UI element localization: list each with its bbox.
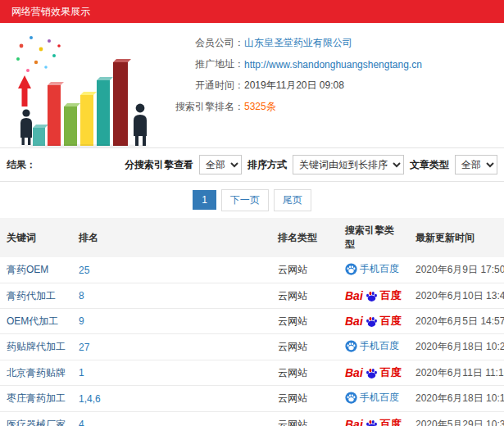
filter-bar: 结果： 分搜索引擎查看 全部 排序方式 关键词由短到长排序 文章类型 全部 提交 [0,147,504,182]
page-header: 网络营销效果展示 [0,0,504,23]
promo-url-label: 推广地址： [156,57,244,71]
table-row: 医疗器械厂家4云网站Bai百度2020年5月29日 10:32 [0,412,504,426]
baidu-logo: Bai百度 [345,288,402,303]
table-row: 膏药OEM25云网站手机百度2020年6月9日 17:50 [0,257,504,283]
column-header: 最新更新时间 [409,218,504,257]
rank-type-cell: 云网站 [271,334,338,360]
promo-url-row: 推广地址： http://www.shandonghuangshengtang.… [156,57,497,71]
engine-label: 百度 [380,417,402,426]
engine-cell: 手机百度 [338,386,409,412]
rank-type-cell: 云网站 [271,283,338,309]
rank-cell: 9 [72,309,271,334]
engine-label: 百度 [380,288,402,303]
column-header: 排名 [72,218,271,257]
engine-cell: 手机百度 [338,257,409,283]
baidu-wordmark: Bai [345,315,363,328]
baidu-paw-icon [366,367,378,379]
rank-type-cell: 云网站 [271,386,338,412]
keyword-cell: 医疗器械厂家 [0,412,72,426]
baidu-paw-icon [366,290,378,302]
page-number-current[interactable]: 1 [193,190,216,210]
keyword-cell: 膏药OEM [0,257,72,283]
baidu-wordmark: Bai [345,366,363,379]
engine-filter-label: 分搜索引擎查看 [125,158,193,172]
illustration-svg [7,28,156,147]
updated-cell: 2020年6月18日 10:19 [409,386,504,412]
baidu-paw-icon [366,315,378,328]
baidu-wordmark: Bai [345,418,363,426]
column-header: 排名类型 [271,218,338,257]
company-link[interactable]: 山东皇圣堂药业有限公司 [244,36,352,50]
baidu-wordmark: Bai [345,289,363,302]
table-header-row: 关键词排名排名类型搜索引擎类型最新更新时间 [0,218,504,257]
rank-link[interactable]: 9 [79,315,84,327]
keyword-cell: 枣庄膏药加工 [0,386,72,412]
promo-url-link[interactable]: http://www.shandonghuangshengtang.cn [244,59,422,70]
engine-rank-label: 搜索引擎排名： [156,100,244,114]
rank-type-cell: 云网站 [271,257,338,283]
keyword-cell: OEM代加工 [0,309,72,334]
table-row: 枣庄膏药加工1,4,6云网站手机百度2020年6月18日 10:19 [0,386,504,412]
column-header: 搜索引擎类型 [338,218,409,257]
engine-cell: Bai百度 [338,309,409,334]
rank-cell: 1,4,6 [72,386,271,412]
rank-type-cell: 云网站 [271,309,338,334]
pagination: 1 下一页 尾页 [0,189,504,211]
keyword-rank-table: 关键词排名排名类型搜索引擎类型最新更新时间 膏药OEM25云网站手机百度2020… [0,218,504,426]
baidu-paw-icon [366,419,378,426]
filter-controls: 分搜索引擎查看 全部 排序方式 关键词由短到长排序 文章类型 全部 提交 [125,155,497,174]
updated-cell: 2020年5月29日 10:32 [409,412,504,426]
rank-cell: 8 [72,283,271,309]
next-page-button[interactable]: 下一页 [221,189,269,211]
engine-label: 百度 [380,365,402,380]
baidu-logo: Bai百度 [345,417,402,426]
table-row: 北京膏药贴牌1云网站Bai百度2020年6月11日 11:18 [0,360,504,386]
rank-link[interactable]: 27 [79,342,89,353]
open-time-row: 开通时间： 2019年11月20日 09:08 [156,79,497,93]
page-title: 网络营销效果展示 [11,5,90,19]
updated-cell: 2020年6月18日 10:25 [409,334,504,360]
info-section: 会员公司： 山东皇圣堂药业有限公司 推广地址： http://www.shand… [0,23,504,147]
rank-link[interactable]: 1 [79,367,84,378]
rank-cell: 1 [72,360,271,386]
company-row: 会员公司： 山东皇圣堂药业有限公司 [156,36,497,50]
keyword-cell: 北京膏药贴牌 [0,360,72,386]
last-page-button[interactable]: 尾页 [274,189,311,211]
updated-cell: 2020年6月5日 14:57 [409,309,504,334]
updated-cell: 2020年6月11日 11:18 [409,360,504,386]
article-type-select[interactable]: 全部 [455,155,497,174]
mobile-baidu-icon [345,263,357,275]
engine-cell: Bai百度 [338,412,409,426]
rank-cell: 25 [72,257,271,283]
table-row: 药贴牌代加工27云网站手机百度2020年6月18日 10:25 [0,334,504,360]
type-filter-label: 文章类型 [410,158,449,172]
engine-rank-count: 5325条 [244,100,276,114]
engine-label: 手机百度 [360,391,399,405]
baidu-logo: Bai百度 [345,314,402,329]
rank-link[interactable]: 4 [79,419,84,426]
mobile-baidu-badge: 手机百度 [345,339,399,353]
mobile-baidu-icon [345,392,357,404]
rank-type-cell: 云网站 [271,412,338,426]
engine-label: 百度 [380,314,402,329]
engine-cell: Bai百度 [338,283,409,309]
engine-cell: 手机百度 [338,334,409,360]
baidu-logo: Bai百度 [345,365,402,380]
rank-cell: 4 [72,412,271,426]
rank-link[interactable]: 25 [79,265,89,276]
rank-link[interactable]: 8 [79,290,84,301]
table-row: 膏药代加工8云网站Bai百度2020年6月10日 13:40 [0,283,504,309]
engine-label: 手机百度 [360,339,399,353]
mobile-baidu-badge: 手机百度 [345,391,399,405]
result-label: 结果： [7,158,36,172]
mobile-baidu-badge: 手机百度 [345,262,399,276]
company-label: 会员公司： [156,36,244,50]
updated-cell: 2020年6月10日 13:40 [409,283,504,309]
sort-select[interactable]: 关键词由短到长排序 [293,155,404,174]
rank-link[interactable]: 1,4,6 [79,393,101,405]
mobile-baidu-icon [345,340,357,352]
engine-select[interactable]: 全部 [199,155,242,174]
bar-chart-illustration [7,28,156,147]
keyword-cell: 药贴牌代加工 [0,334,72,360]
rank-cell: 27 [72,334,271,360]
